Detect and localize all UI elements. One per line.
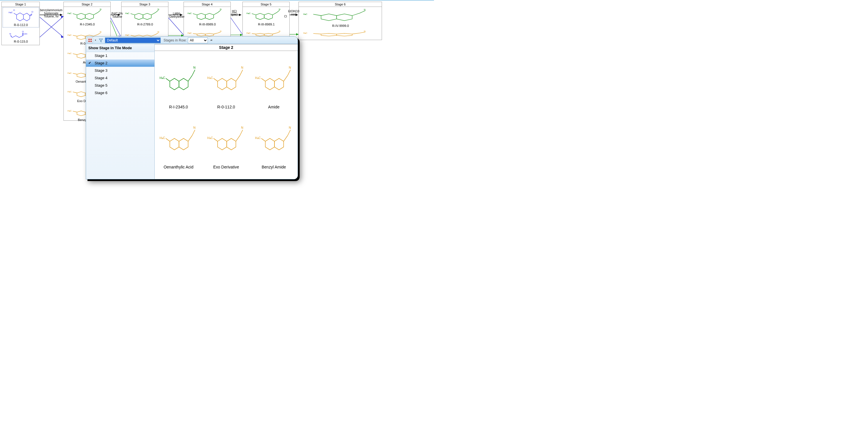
svg-marker-135: [264, 13, 273, 20]
reagent-label: LiAlH₄Diethylether: [169, 12, 184, 18]
compound-cell[interactable]: H₃CO O R-0-112.0: [2, 7, 39, 28]
svg-marker-43: [77, 13, 85, 20]
compound-label: R-0-115.0: [2, 40, 39, 43]
reagent-label: Pd/C 5%Toluene: [112, 12, 123, 18]
svg-line-143: [273, 33, 277, 34]
structure-icon: H₃C N: [156, 113, 201, 164]
filter-button[interactable]: [98, 37, 104, 43]
stages-in-row-label: Stages in Row:: [163, 38, 187, 42]
grid-view-button[interactable]: [87, 37, 93, 43]
structure-icon: H₃C N: [252, 53, 296, 104]
stage-header: Stage 3: [122, 2, 168, 7]
tile-cell[interactable]: H₃C N R-0-112.0: [203, 51, 250, 111]
svg-marker-142: [264, 33, 273, 36]
svg-marker-195: [227, 139, 236, 150]
svg-text:H₃C: H₃C: [188, 32, 192, 34]
compound-cell[interactable]: H₃C N R-III-8989.1: [243, 7, 289, 27]
svg-line-87: [151, 12, 156, 15]
dropdown-icon[interactable]: ▾: [94, 37, 97, 43]
svg-text:N: N: [289, 66, 291, 69]
compound-cell[interactable]: H₃C N R-I-2345.0: [64, 7, 111, 27]
stage-menu-item[interactable]: Stage 5: [86, 82, 154, 89]
svg-text:H₃C: H₃C: [125, 34, 129, 36]
stage-menu-item-label: Stage 1: [95, 54, 107, 58]
popup-body: Show Stage in Tile Mode Stage 1✔Stage 2S…: [86, 44, 298, 179]
stage-menu-item[interactable]: Stage 3: [86, 67, 154, 74]
stage-header: Stage 1: [2, 2, 39, 7]
tile-cell[interactable]: H₃C N R-I-2345.0: [155, 51, 203, 111]
compound-label: R-I-2345.0: [64, 23, 111, 26]
stage-menu-item[interactable]: Stage 4: [86, 74, 154, 82]
svg-marker-21: [239, 14, 241, 16]
stage-menu-item[interactable]: ✔Stage 2: [86, 59, 154, 67]
svg-marker-78: [77, 111, 85, 116]
tile-cell[interactable]: H₃C N Oenanthylic Acid: [155, 111, 203, 171]
compound-cell[interactable]: H₃C N R-II-2789.0: [122, 7, 168, 27]
svg-marker-71: [77, 92, 85, 97]
svg-line-182: [284, 76, 288, 81]
reagent-label: Cl: [284, 15, 287, 18]
svg-text:O: O: [13, 9, 15, 11]
svg-marker-134: [256, 13, 264, 20]
svg-line-204: [288, 130, 290, 136]
svg-marker-202: [275, 139, 284, 150]
svg-line-183: [288, 70, 290, 76]
svg-line-131: [193, 33, 197, 34]
svg-text:H₃C: H₃C: [207, 136, 213, 140]
svg-marker-187: [170, 139, 179, 150]
svg-marker-28: [296, 33, 299, 35]
compound-cell[interactable]: H₃C N R-IV-9999.0: [299, 7, 382, 29]
svg-marker-24: [240, 34, 243, 36]
svg-text:N: N: [100, 31, 101, 33]
svg-line-75: [73, 92, 77, 93]
svg-line-196: [236, 136, 240, 141]
stages-in-row-select[interactable]: All: [188, 37, 208, 43]
svg-text:H₃C: H₃C: [67, 12, 72, 14]
stage-menu-item[interactable]: Stage 6: [86, 89, 154, 97]
svg-text:N: N: [241, 126, 243, 129]
svg-marker-44: [85, 13, 93, 20]
compound-cell[interactable]: H₃C N: [299, 31, 382, 42]
compound-label: R-II-2789.0: [122, 23, 168, 26]
svg-marker-174: [227, 78, 236, 90]
stage-column-4[interactable]: Stage 4 H₃C N R-III-8989.0 H₃C N: [184, 2, 231, 40]
stage-column-5[interactable]: Stage 5 H₃C N R-III-8989.1 H₃C N: [243, 2, 290, 40]
tile-cell[interactable]: H₃C N Exo Derivative: [203, 111, 250, 171]
svg-marker-121: [205, 13, 214, 20]
structure-icon: H₃C N: [243, 7, 289, 23]
svg-line-17: [168, 18, 184, 35]
svg-marker-155: [321, 33, 337, 36]
svg-text:N: N: [158, 8, 159, 10]
structure-icon: H₃C N: [64, 7, 111, 23]
svg-marker-173: [218, 78, 227, 90]
stage-column-6[interactable]: Stage 6 H₃C N R-IV-9999.0 H₃C N: [299, 2, 382, 40]
svg-text:H₃C: H₃C: [67, 72, 72, 74]
svg-text:N: N: [289, 126, 291, 129]
svg-text:N: N: [220, 31, 222, 32]
check-icon: ✔: [88, 61, 91, 65]
compound-cell[interactable]: H₃C N R-III-8989.0: [184, 7, 230, 27]
tile-cell[interactable]: H₃C N Benzyl Amide: [250, 111, 298, 171]
overflow-icon[interactable]: ⇄: [210, 37, 213, 43]
svg-line-168: [188, 76, 192, 81]
stage-menu-item[interactable]: Stage 1: [86, 52, 154, 59]
svg-line-68: [73, 73, 77, 74]
svg-text:O: O: [31, 10, 33, 13]
svg-line-46: [98, 10, 101, 12]
svg-rect-165: [90, 40, 92, 42]
svg-line-52: [93, 35, 98, 36]
svg-line-157: [352, 33, 360, 34]
compound-cell[interactable]: N O OH R-0-115.0: [2, 29, 39, 44]
svg-line-184: [261, 78, 265, 81]
svg-line-198: [214, 139, 218, 141]
tile-area[interactable]: Stage 2 H₃C N R-I-2345.0 H₃C N R-0-112.0…: [155, 44, 298, 179]
stage-column-1[interactable]: Stage 1 H₃CO O R-0-112.0 N O: [1, 2, 40, 45]
tile-mode-popup[interactable]: ▾ Default Stages in Row: All ⇄ Show Stag…: [86, 36, 298, 179]
tile-cell[interactable]: H₃C N Amide: [250, 51, 298, 111]
svg-line-32: [14, 13, 17, 15]
svg-line-61: [73, 54, 77, 55]
svg-text:H₃C: H₃C: [303, 32, 307, 34]
svg-text:H₃C: H₃C: [207, 76, 213, 80]
svg-text:N: N: [241, 66, 243, 69]
view-preset-select[interactable]: Default: [105, 37, 161, 43]
